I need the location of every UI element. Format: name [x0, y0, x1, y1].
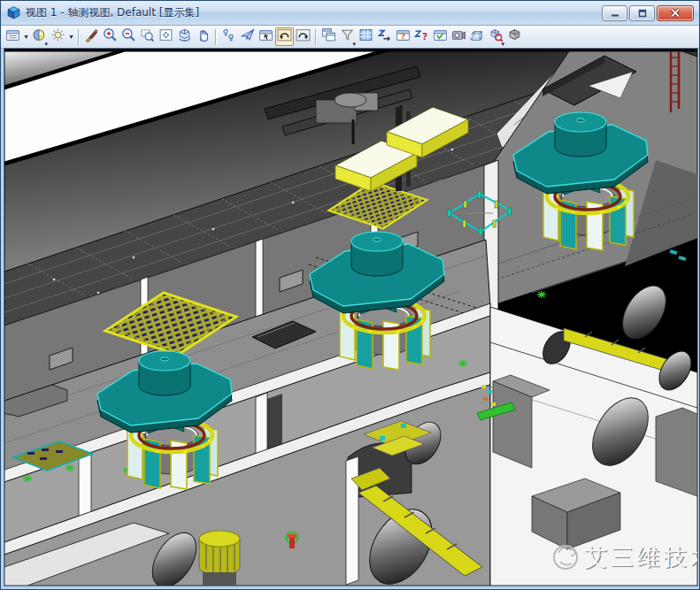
update-view-icon — [84, 27, 99, 46]
render-view-dropdown[interactable]: ▾ — [501, 42, 504, 48]
camera-settings-icon — [451, 27, 466, 46]
copy-view-icon — [321, 27, 336, 46]
set-display-depth-button[interactable] — [375, 27, 394, 46]
view-attributes-button[interactable] — [4, 27, 22, 46]
update-view-button[interactable] — [82, 27, 101, 46]
valve-mark — [458, 360, 467, 367]
toolbar-separator — [78, 29, 80, 45]
view-attributes-icon — [5, 27, 20, 46]
adjust-view-brightness-button[interactable] — [49, 27, 67, 46]
camera-settings-button[interactable] — [450, 27, 468, 46]
display-set-icon — [507, 27, 522, 46]
walk-icon — [221, 27, 236, 46]
display-set-button[interactable] — [505, 27, 524, 46]
render-view-button[interactable]: ▾ — [487, 27, 505, 46]
fit-view-button[interactable] — [157, 27, 175, 46]
clip-volume-button[interactable]: ▾ — [338, 27, 357, 46]
zoom-in-button[interactable] — [101, 27, 119, 46]
query-depth-button[interactable]: ? — [412, 27, 431, 46]
lower-mill — [199, 531, 240, 586]
application-window: 视图 1 - 轴测视图, Default [显示集] ▾▾▾▾??▾ — [0, 0, 700, 590]
adjust-view-brightness-dropdown[interactable]: ▾ — [67, 33, 75, 41]
valve-mark — [537, 291, 546, 298]
walk-button[interactable] — [219, 27, 238, 46]
saved-views-button[interactable] — [431, 27, 450, 46]
view-cube-icon — [6, 5, 21, 20]
view-next-icon — [296, 27, 311, 46]
minimize-button[interactable] — [602, 5, 627, 21]
set-display-depth-icon — [377, 27, 392, 46]
navigate-view-button[interactable] — [257, 27, 275, 46]
pan-view-icon — [196, 27, 211, 46]
view-display-mode-button[interactable]: ▾ — [30, 27, 49, 46]
zoom-out-icon — [121, 27, 136, 46]
view-toolbar: ▾▾▾▾??▾ — [1, 26, 699, 49]
clip-mask-icon — [358, 27, 373, 46]
titlebar[interactable]: 视图 1 - 轴测视图, Default [显示集] — [1, 1, 699, 26]
window-controls — [602, 5, 694, 21]
restore-button[interactable] — [629, 5, 655, 21]
view-canvas[interactable]: 艾三维技术 艾三维技术 — [4, 49, 697, 586]
window-area-icon — [140, 27, 155, 46]
window-area-button[interactable] — [138, 27, 157, 46]
adjust-view-brightness-icon — [50, 27, 65, 46]
show-display-depth-button[interactable]: ? — [394, 27, 412, 46]
svg-text:?: ? — [422, 31, 427, 42]
window-title: 视图 1 - 轴测视图, Default [显示集] — [26, 5, 199, 20]
view-attributes-dropdown[interactable]: ▾ — [22, 33, 30, 41]
pan-view-button[interactable] — [194, 27, 212, 46]
view-previous-button[interactable] — [275, 27, 294, 46]
watermark-text: 艾三维技术 — [584, 544, 698, 571]
zoom-out-button[interactable] — [119, 27, 138, 46]
view-display-mode-dropdown[interactable]: ▾ — [44, 42, 48, 48]
close-button[interactable] — [657, 5, 694, 21]
navigate-view-icon — [258, 27, 273, 46]
define-cube-icon — [470, 27, 485, 46]
rotate-view-icon — [177, 27, 192, 46]
copy-view-button[interactable] — [319, 27, 338, 46]
clip-mask-button[interactable] — [357, 27, 375, 46]
fly-button[interactable] — [238, 27, 257, 46]
svg-text:?: ? — [401, 31, 406, 41]
view-previous-icon — [277, 27, 292, 46]
define-cube-button[interactable] — [468, 27, 487, 46]
rotate-view-button[interactable] — [175, 27, 194, 46]
query-depth-icon: ? — [414, 27, 429, 46]
zoom-in-icon — [103, 27, 118, 46]
fit-view-icon — [158, 27, 173, 46]
fly-icon — [240, 27, 255, 46]
column — [346, 456, 358, 585]
saved-views-icon — [433, 27, 448, 46]
view-next-button[interactable] — [294, 27, 312, 46]
toolbar-separator — [215, 29, 217, 45]
show-display-depth-icon: ? — [396, 27, 411, 46]
toolbar-separator — [315, 29, 317, 45]
clip-volume-dropdown[interactable]: ▾ — [352, 42, 356, 48]
